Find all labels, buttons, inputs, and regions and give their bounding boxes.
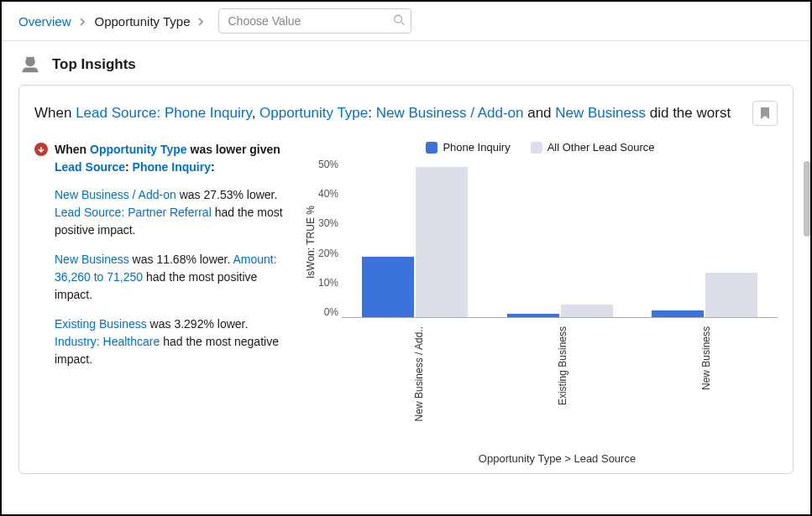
insight-bullet: New Business was 11.68% lower. Amount: 3…: [55, 251, 286, 304]
bullet-link[interactable]: New Business / Add-on: [55, 188, 176, 201]
link-new-biz[interactable]: New Business: [555, 105, 646, 121]
bar[interactable]: [507, 314, 559, 317]
negative-indicator-icon: [34, 143, 48, 156]
y-tick: 30%: [318, 217, 338, 229]
section-title: Top Insights: [52, 56, 136, 73]
choose-value-input[interactable]: [218, 8, 411, 34]
breadcrumb-opp-type[interactable]: Opportunity Type: [95, 14, 191, 29]
link-new-biz-addon[interactable]: New Business / Add-on: [376, 105, 524, 121]
bar[interactable]: [652, 310, 704, 317]
x-tick: New Business: [634, 326, 778, 429]
bar[interactable]: [416, 167, 468, 317]
link-phone-inquiry[interactable]: Phone Inquiry: [133, 160, 211, 174]
card-title: When Lead Source: Phone Inquiry, Opportu…: [34, 101, 778, 126]
y-tick: 10%: [318, 277, 338, 289]
insight-bullet: New Business / Add-on was 27.53% lower. …: [55, 186, 286, 239]
scrollbar[interactable]: [804, 161, 810, 237]
bullet-link[interactable]: Existing Business: [55, 317, 147, 331]
link-opp-type[interactable]: Opportunity Type: [259, 105, 368, 121]
einstein-icon: [18, 53, 42, 76]
insight-text-panel: When Opportunity Type was lower given Le…: [34, 141, 286, 465]
legend-item: Phone Inquiry: [426, 141, 510, 154]
svg-rect-3: [26, 57, 28, 59]
bar-group: [632, 159, 778, 317]
bar-group: [487, 159, 632, 317]
bookmark-icon: [760, 107, 770, 119]
link-lead-source[interactable]: Lead Source: Phone Inquiry: [76, 105, 252, 121]
chevron-right-icon: [80, 14, 86, 29]
x-tick: New Business / Add..: [347, 326, 490, 429]
svg-rect-4: [32, 57, 34, 59]
y-tick: 40%: [318, 188, 338, 200]
legend-swatch: [531, 142, 542, 154]
legend-swatch: [426, 142, 437, 154]
y-axis-label: IsWon: TRUE %: [303, 159, 318, 326]
y-tick: 50%: [318, 159, 338, 170]
bar[interactable]: [561, 305, 613, 317]
chart-plot: [342, 159, 778, 318]
breadcrumb-overview[interactable]: Overview: [18, 14, 71, 29]
x-axis-labels: New Business / Add..Existing BusinessNew…: [347, 326, 778, 429]
insight-card: When Lead Source: Phone Inquiry, Opportu…: [18, 85, 794, 474]
x-axis-title: Opportunity Type > Lead Source: [337, 452, 778, 465]
insight-bullet: Existing Business was 3.292% lower. Indu…: [55, 315, 286, 368]
bullet-link[interactable]: Lead Source: Partner Referral: [55, 206, 212, 219]
link-opp-type[interactable]: Opportunity Type: [90, 143, 187, 156]
bullet-link[interactable]: New Business: [55, 253, 129, 266]
breadcrumb: Overview Opportunity Type: [2, 2, 810, 41]
y-axis: 50%40%30%20%10%0%: [318, 159, 342, 318]
bar[interactable]: [362, 257, 414, 317]
bookmark-button[interactable]: [752, 101, 778, 126]
chevron-right-icon: [198, 14, 205, 29]
top-insights-header: Top Insights: [2, 41, 810, 85]
bullet-link[interactable]: Industry: Healthcare: [55, 335, 160, 348]
y-tick: 0%: [324, 306, 338, 318]
x-tick: Existing Business: [490, 326, 634, 429]
legend-item: All Other Lead Source: [531, 141, 655, 154]
link-lead-source[interactable]: Lead Source: [55, 160, 125, 174]
chart-area: Phone Inquiry All Other Lead Source IsWo…: [303, 141, 778, 465]
bar-group: [342, 159, 487, 317]
bar[interactable]: [705, 273, 757, 317]
y-tick: 20%: [318, 248, 338, 259]
chart-legend: Phone Inquiry All Other Lead Source: [303, 141, 778, 154]
